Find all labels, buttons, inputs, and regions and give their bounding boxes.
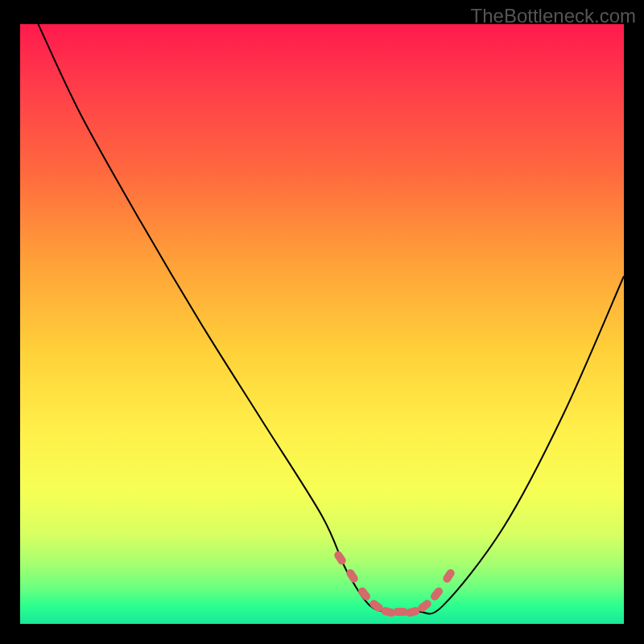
optimal-marker [332,550,347,567]
optimal-marker [441,568,456,584]
attribution-watermark: TheBottleneck.com [471,5,636,27]
optimal-marker [357,586,372,602]
optimal-range-markers [20,24,624,624]
chart-container [20,24,624,624]
optimal-marker [345,568,359,584]
optimal-marker [429,586,444,602]
plot-area [20,24,624,624]
